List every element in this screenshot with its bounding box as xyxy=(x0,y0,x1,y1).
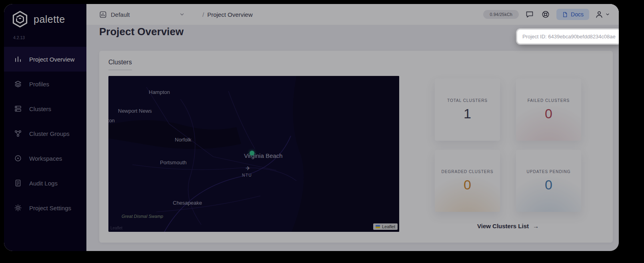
gear-icon xyxy=(14,204,22,212)
layers-icon xyxy=(14,80,22,88)
leaflet-attribution-label: Leaflet xyxy=(382,224,395,229)
stat-degraded-clusters: DEGRADED CLUSTERS 0 xyxy=(435,150,500,212)
sidebar-item-audit-logs[interactable]: Audit Logs xyxy=(4,171,86,195)
sidebar-item-label: Workspaces xyxy=(29,155,62,162)
usage-badge[interactable]: 0.94/25kCh xyxy=(483,10,519,19)
chat-icon[interactable] xyxy=(524,9,535,20)
network-nodes-icon xyxy=(14,130,22,137)
bar-chart-icon xyxy=(14,55,22,63)
view-clusters-list-link[interactable]: View Clusters List → xyxy=(435,223,581,229)
sidebar-item-profiles[interactable]: Profiles xyxy=(4,72,86,96)
project-id-tooltip: Project ID: 6439ebca90befdd8234c08ae xyxy=(517,30,619,44)
map-label-great-dismal-swamp: Great Dismal Swamp xyxy=(122,214,163,219)
map-attribution-faint: Leaflet xyxy=(110,226,122,230)
breadcrumb-current: Project Overview xyxy=(207,11,252,18)
chevron-down-icon xyxy=(179,12,185,17)
sidebar-item-label: Profiles xyxy=(29,81,49,88)
cluster-stats-grid: TOTAL CLUSTERS 1 FAILED CLUSTERS 0 DEGRA… xyxy=(435,79,581,212)
stat-label: UPDATES PENDING xyxy=(527,169,571,174)
sidebar-item-label: Cluster Groups xyxy=(29,130,70,137)
sidebar-item-label: Project Overview xyxy=(29,56,74,63)
docs-icon xyxy=(562,12,568,18)
view-clusters-list-label: View Clusters List xyxy=(477,223,529,229)
clusters-map[interactable]: Hampton Newport News llton Norfolk Virgi… xyxy=(108,76,399,232)
user-icon xyxy=(595,10,604,19)
sidebar-item-project-settings[interactable]: Project Settings xyxy=(4,195,86,220)
sidebar: palette 4.2.13 Project Overview Profiles xyxy=(4,4,86,251)
stat-value: 1 xyxy=(464,106,471,122)
brand-name: palette xyxy=(34,14,65,25)
stat-failed-clusters: FAILED CLUSTERS 0 xyxy=(516,79,581,141)
sidebar-item-project-overview[interactable]: Project Overview xyxy=(4,47,86,72)
map-label-llton-partial: llton xyxy=(108,118,115,124)
airport-code-label: NTU xyxy=(242,173,252,177)
chevron-down-icon xyxy=(605,12,610,17)
docs-button[interactable]: Docs xyxy=(556,9,589,20)
screenshot-root: { "sidebar": { "brand": "palette", "vers… xyxy=(0,0,644,263)
cluster-map-marker[interactable] xyxy=(250,151,254,155)
project-scope-selector[interactable]: Default xyxy=(99,11,185,18)
map-label-norfolk: Norfolk xyxy=(175,137,191,143)
sidebar-item-clusters[interactable]: Clusters xyxy=(4,96,86,121)
app-version: 4.2.13 xyxy=(13,35,25,40)
dashboard-icon xyxy=(99,11,107,18)
map-label-portsmouth: Portsmouth xyxy=(160,159,186,165)
stat-value: 0 xyxy=(545,177,552,193)
sidebar-item-label: Clusters xyxy=(29,106,51,112)
sidebar-item-workspaces[interactable]: Workspaces xyxy=(4,146,86,171)
map-label-chesapeake: Chesapeake xyxy=(173,200,202,206)
breadcrumb: / Project Overview xyxy=(202,11,253,18)
map-label-hampton: Hampton xyxy=(149,89,170,95)
clusters-card: Clusters Hampton Newport News xyxy=(99,51,613,243)
map-label-newport-news: Newport News xyxy=(118,108,152,114)
stat-value: 0 xyxy=(545,106,552,122)
ring-icon xyxy=(14,154,22,162)
sidebar-menu: Project Overview Profiles xyxy=(4,47,86,220)
leaflet-attribution[interactable]: Leaflet xyxy=(373,223,398,230)
sidebar-item-cluster-groups[interactable]: Cluster Groups xyxy=(4,121,86,146)
clusters-card-title: Clusters xyxy=(108,59,132,70)
arrow-right-icon: → xyxy=(533,223,539,229)
topbar-actions: 0.94/25kCh xyxy=(483,9,610,20)
stat-value: 0 xyxy=(464,177,471,193)
document-icon xyxy=(14,179,22,187)
breadcrumb-separator: / xyxy=(202,11,204,18)
ukraine-flag-icon xyxy=(376,225,380,228)
stat-label: DEGRADED CLUSTERS xyxy=(442,169,494,174)
brand-row: palette xyxy=(11,10,65,28)
user-menu[interactable] xyxy=(595,10,610,19)
palette-logo-icon xyxy=(11,10,29,28)
page-title: Project Overview xyxy=(99,26,184,38)
server-list-icon xyxy=(14,105,22,113)
scope-selected-value: Default xyxy=(111,11,130,18)
app-window: palette 4.2.13 Project Overview Profiles xyxy=(4,4,619,251)
plane-icon: ✈ xyxy=(246,165,250,171)
topbar: Default / Project Overview 0.94/25kCh xyxy=(86,4,619,25)
sidebar-item-label: Audit Logs xyxy=(29,180,58,187)
stat-updates-pending: UPDATES PENDING 0 xyxy=(516,150,581,212)
stat-label: FAILED CLUSTERS xyxy=(528,98,570,103)
stat-total-clusters: TOTAL CLUSTERS 1 xyxy=(435,79,500,141)
stat-label: TOTAL CLUSTERS xyxy=(447,98,488,103)
support-icon[interactable] xyxy=(540,9,551,20)
sidebar-item-label: Project Settings xyxy=(29,205,71,211)
docs-label: Docs xyxy=(571,11,584,18)
